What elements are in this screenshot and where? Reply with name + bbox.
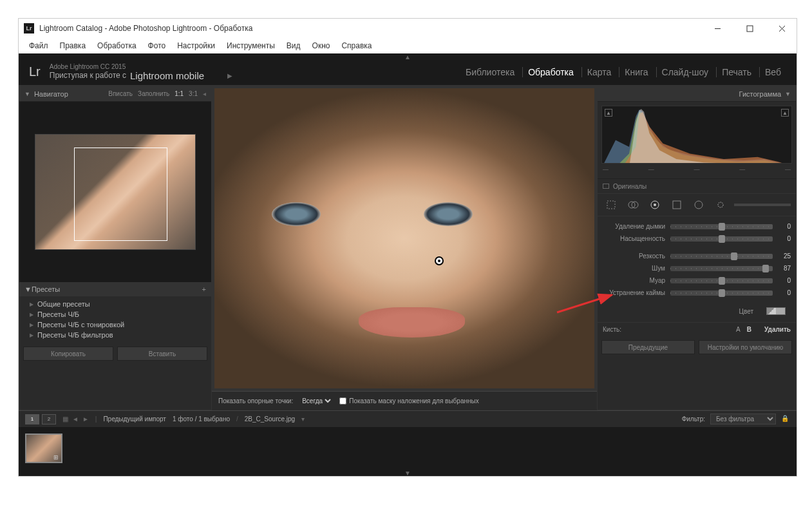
- brush-a[interactable]: A: [736, 326, 741, 333]
- slider-track[interactable]: [670, 254, 773, 259]
- menu-фото[interactable]: Фото: [143, 40, 171, 52]
- svg-point-10: [695, 201, 703, 209]
- preset-folder[interactable]: ▶Пресеты Ч/Б: [19, 309, 211, 319]
- close-button[interactable]: [772, 22, 791, 35]
- module-tab[interactable]: Веб: [759, 67, 786, 77]
- slider-value[interactable]: 0: [773, 277, 791, 284]
- preset-folder[interactable]: ▶Общие пресеты: [19, 299, 211, 309]
- slider-thumb[interactable]: [719, 289, 725, 297]
- previous-button[interactable]: Предыдущие: [601, 340, 695, 354]
- menu-вид[interactable]: Вид: [281, 40, 306, 52]
- preset-folder[interactable]: ▶Пресеты Ч/Б с тонировкой: [19, 319, 211, 330]
- mask-overlay-label: Показать маску наложения для выбранных: [349, 397, 478, 405]
- maximize-button[interactable]: [740, 22, 759, 35]
- nav-zoom-option[interactable]: Заполнить: [138, 90, 169, 97]
- filter-lock-icon[interactable]: 🔒: [781, 415, 790, 424]
- zoom-more-icon[interactable]: ◂: [203, 90, 206, 97]
- slider-thumb[interactable]: [719, 235, 725, 243]
- menu-настройки[interactable]: Настройки: [172, 40, 220, 52]
- brush-b[interactable]: B: [747, 326, 751, 333]
- radial-tool-icon[interactable]: [690, 196, 707, 213]
- navigator-preview[interactable]: [19, 102, 211, 282]
- brand-mobile[interactable]: Lightroom mobile: [130, 70, 204, 81]
- slider-label: Шум: [603, 265, 670, 272]
- module-tab[interactable]: Карта: [581, 67, 616, 77]
- slider-track[interactable]: [670, 278, 773, 283]
- filename-dropdown-icon[interactable]: ▾: [301, 415, 305, 423]
- menu-файл[interactable]: Файл: [24, 40, 53, 52]
- paste-button[interactable]: Вставить: [117, 347, 207, 361]
- add-preset-button[interactable]: +: [202, 285, 206, 293]
- menu-инструменты[interactable]: Инструменты: [222, 40, 280, 52]
- slider-label: Муар: [603, 277, 670, 284]
- navigator-crop-frame[interactable]: [74, 148, 167, 241]
- copy-button[interactable]: Копировать: [23, 347, 113, 361]
- slider-thumb[interactable]: [731, 252, 737, 260]
- module-tab[interactable]: Слайд-шоу: [656, 67, 714, 77]
- reset-button[interactable]: Настройки по умолчанию: [699, 340, 792, 354]
- minimize-button[interactable]: [708, 22, 727, 35]
- menu-справка[interactable]: Справка: [336, 40, 377, 52]
- bottom-panel-toggle[interactable]: ▼: [19, 470, 797, 476]
- tool-size-slider[interactable]: [734, 204, 791, 206]
- menu-окно[interactable]: Окно: [307, 40, 335, 52]
- module-tab[interactable]: Печать: [716, 67, 757, 77]
- single-view-button[interactable]: 1: [25, 414, 39, 424]
- histogram-collapse-icon[interactable]: ▼: [785, 91, 791, 97]
- slider-thumb[interactable]: [762, 265, 769, 272]
- slider-track[interactable]: [670, 266, 773, 271]
- slider-value[interactable]: 87: [773, 265, 791, 272]
- grid-view-icon[interactable]: ▦: [62, 415, 68, 423]
- preset-folder[interactable]: ▶Пресеты Ч/Б фильтров: [19, 330, 211, 340]
- anchor-points-select[interactable]: Всегда: [299, 397, 333, 405]
- module-tab[interactable]: Библиотека: [460, 67, 520, 77]
- prev-photo-icon[interactable]: ◄: [72, 415, 79, 423]
- slider-value[interactable]: 0: [773, 223, 791, 230]
- slider-value[interactable]: 0: [773, 235, 791, 242]
- redeye-tool-icon[interactable]: [647, 196, 663, 213]
- mobile-arrow-icon[interactable]: ▶: [227, 72, 232, 79]
- filmstrip-thumbnail[interactable]: [25, 434, 62, 463]
- color-swatch[interactable]: [766, 307, 786, 315]
- module-tab[interactable]: Обработка: [522, 67, 579, 77]
- slider-устранение-каймы: Устранение каймы0: [603, 287, 791, 299]
- slider-track[interactable]: [670, 224, 773, 229]
- expand-icon: ▶: [30, 332, 33, 338]
- nav-zoom-option[interactable]: 3:1: [189, 90, 198, 97]
- histogram-display[interactable]: ▲ ▲: [601, 106, 792, 164]
- compare-view-button[interactable]: 2: [42, 414, 56, 424]
- next-photo-icon[interactable]: ►: [82, 415, 89, 423]
- filmstrip-filename[interactable]: 2B_C_Source.jpg: [245, 415, 295, 423]
- crop-tool-icon[interactable]: [603, 196, 619, 213]
- brush-delete[interactable]: Удалить: [764, 326, 791, 333]
- photo-canvas[interactable]: [212, 86, 597, 391]
- anchor-points-label: Показать опорные точки:: [218, 397, 293, 405]
- brush-label: Кисть:: [603, 326, 621, 333]
- slider-thumb[interactable]: [719, 277, 725, 285]
- slider-value[interactable]: 25: [773, 252, 791, 260]
- navigator-collapse-icon[interactable]: ▼: [24, 91, 30, 97]
- app-icon: Lr: [24, 23, 34, 33]
- presets-collapse-icon[interactable]: ▼: [24, 285, 32, 293]
- menu-обработка[interactable]: Обработка: [92, 40, 142, 52]
- nav-zoom-option[interactable]: Вписать: [108, 90, 133, 97]
- gradient-tool-icon[interactable]: [668, 196, 685, 213]
- slider-value[interactable]: 0: [773, 289, 791, 296]
- adjustment-pin[interactable]: [435, 256, 444, 265]
- filmstrip-source[interactable]: Предыдущий импорт: [103, 415, 166, 423]
- slider-track[interactable]: [670, 291, 773, 296]
- filter-select[interactable]: Без фильтра: [710, 414, 776, 424]
- nav-zoom-option[interactable]: 1:1: [175, 90, 184, 97]
- spot-tool-icon[interactable]: [625, 196, 641, 213]
- mask-overlay-checkbox[interactable]: [339, 397, 346, 405]
- originals-checkbox[interactable]: [603, 184, 609, 189]
- slider-label: Насыщенность: [603, 235, 670, 242]
- brush-tool-icon[interactable]: [712, 196, 729, 213]
- slider-thumb[interactable]: [719, 223, 725, 231]
- slider-насыщенность: Насыщенность0: [603, 233, 791, 245]
- histogram-value: —: [603, 166, 609, 173]
- module-tab[interactable]: Книга: [619, 67, 653, 77]
- menu-правка[interactable]: Правка: [55, 40, 91, 52]
- slider-track[interactable]: [670, 236, 773, 242]
- top-panel-toggle[interactable]: ▲: [19, 53, 797, 59]
